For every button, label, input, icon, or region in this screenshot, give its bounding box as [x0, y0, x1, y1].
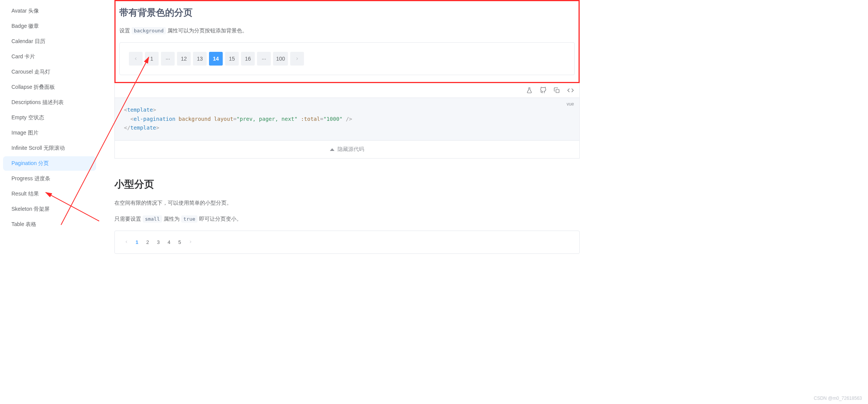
demo-action-bar [114, 83, 580, 98]
hide-source-button[interactable]: 隐藏源代码 [114, 141, 580, 159]
next-page-button[interactable] [290, 52, 304, 66]
pagination: 1 ··· 12 13 14 15 16 ··· 100 [129, 52, 565, 66]
code-token: template [130, 125, 156, 131]
code-token: "1000" [323, 116, 343, 122]
sidebar-item-table[interactable]: Table 表格 [3, 217, 96, 232]
sidebar: Avatar 头像 Badge 徽章 Calendar 日历 Card 卡片 C… [0, 0, 99, 269]
code-token: el-pagination [133, 116, 175, 122]
page-4[interactable]: 4 [167, 239, 171, 245]
prev-page-button[interactable] [129, 52, 143, 66]
sidebar-item-avatar[interactable]: Avatar 头像 [3, 4, 96, 18]
copy-icon[interactable] [553, 87, 560, 94]
sidebar-item-carousel[interactable]: Carousel 走马灯 [3, 65, 96, 79]
prev-page-button[interactable] [124, 239, 129, 245]
text: 只需要设置 [114, 216, 143, 222]
page-1-active[interactable]: 1 [135, 239, 139, 245]
page-5[interactable]: 5 [177, 239, 182, 245]
page-ellipsis-right[interactable]: ··· [257, 52, 271, 66]
next-page-button[interactable] [188, 239, 193, 245]
page-15[interactable]: 15 [225, 52, 239, 66]
page-16[interactable]: 16 [241, 52, 255, 66]
code-icon[interactable] [567, 87, 574, 94]
sidebar-item-skeleton[interactable]: Skeleton 骨架屏 [3, 202, 96, 216]
text: 设置 [119, 27, 132, 34]
main-content: 带有背景色的分页 设置 background 属性可以为分页按钮添加背景色。 1… [99, 0, 595, 269]
sidebar-item-card[interactable]: Card 卡片 [3, 50, 96, 64]
page-2[interactable]: 2 [145, 239, 150, 245]
svg-rect-0 [556, 90, 559, 93]
code-token: :total [301, 116, 320, 122]
caret-up-icon [330, 148, 334, 151]
section-description-2: 只需要设置 small 属性为 true 即可让分页变小。 [114, 215, 580, 224]
code-block: vue <template> <el-pagination background… [114, 98, 580, 141]
code-token: layout [214, 116, 233, 122]
section-description: 在空间有限的情况下，可以使用简单的小型分页。 [114, 199, 580, 208]
page-12[interactable]: 12 [177, 52, 191, 66]
text: 属性可以为分页按钮添加背景色。 [166, 27, 248, 34]
page-100[interactable]: 100 [273, 52, 288, 66]
text: 属性为 [162, 216, 181, 222]
page-13[interactable]: 13 [193, 52, 207, 66]
hide-source-label: 隐藏源代码 [338, 146, 364, 153]
github-icon[interactable] [540, 87, 547, 94]
code-token: background [178, 116, 211, 122]
page-1[interactable]: 1 [145, 52, 159, 66]
code-token: template [127, 107, 153, 113]
section-title: 小型分页 [114, 178, 580, 191]
sidebar-item-progress[interactable]: Progress 进度条 [3, 172, 96, 186]
section-description: 设置 background 属性可以为分页按钮添加背景色。 [119, 26, 575, 35]
demo-box: 1 ··· 12 13 14 15 16 ··· 100 [119, 42, 575, 75]
small-pagination-section: 小型分页 在空间有限的情况下，可以使用简单的小型分页。 只需要设置 small … [114, 178, 580, 254]
page-ellipsis-left[interactable]: ··· [161, 52, 175, 66]
sidebar-item-descriptions[interactable]: Descriptions 描述列表 [3, 95, 96, 110]
code-language-label: vue [567, 100, 574, 108]
sidebar-item-result[interactable]: Result 结果 [3, 187, 96, 201]
sidebar-item-calendar[interactable]: Calendar 日历 [3, 34, 96, 49]
sidebar-item-pagination[interactable]: Pagination 分页 [3, 156, 96, 171]
sidebar-item-collapse[interactable]: Collapse 折叠面板 [3, 80, 96, 95]
section-title: 带有背景色的分页 [119, 6, 575, 19]
inline-code: background [132, 27, 166, 34]
page-3[interactable]: 3 [156, 239, 161, 245]
beaker-icon[interactable] [526, 87, 533, 94]
sidebar-item-infinite-scroll[interactable]: Infinite Scroll 无限滚动 [3, 141, 96, 156]
sidebar-item-image[interactable]: Image 图片 [3, 126, 96, 140]
inline-code: small [143, 215, 162, 223]
background-pagination-section: 带有背景色的分页 设置 background 属性可以为分页按钮添加背景色。 1… [114, 0, 580, 83]
text: 即可让分页变小。 [198, 216, 242, 222]
page-14-active[interactable]: 14 [209, 52, 223, 66]
inline-code: true [181, 215, 198, 223]
small-pagination: 1 2 3 4 5 [114, 231, 580, 254]
sidebar-item-empty[interactable]: Empty 空状态 [3, 111, 96, 125]
code-token: "prev, pager, next" [236, 116, 297, 122]
sidebar-item-badge[interactable]: Badge 徽章 [3, 19, 96, 34]
